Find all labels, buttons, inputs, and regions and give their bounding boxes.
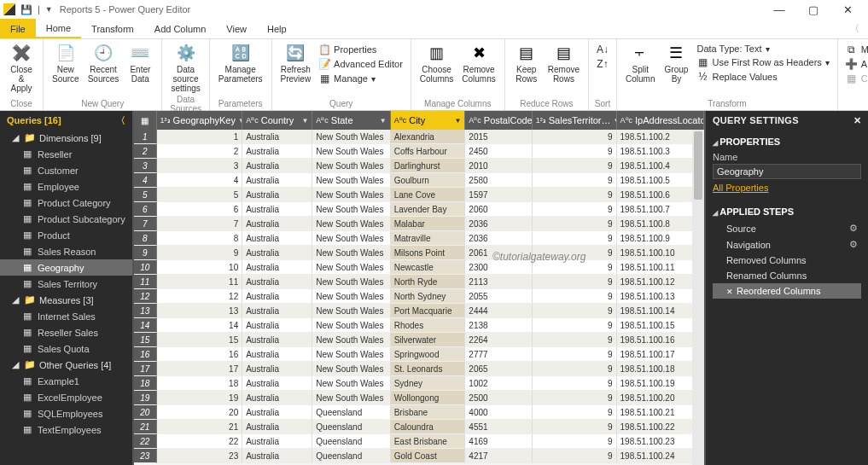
cell-terr[interactable]: 9 [533, 144, 617, 159]
cell-country[interactable]: Australia [242, 188, 312, 202]
cell-ip[interactable]: 198.51.100.16 [617, 333, 704, 347]
tab-home[interactable]: Home [36, 19, 81, 38]
cell-terr[interactable]: 9 [533, 188, 617, 202]
table-row[interactable]: 2121AustraliaQueenslandCaloundra45519198… [134, 420, 704, 434]
cell-ip[interactable]: 198.51.100.20 [617, 391, 704, 405]
cell-ip[interactable]: 198.51.100.7 [617, 202, 704, 217]
cell-country[interactable]: Australia [242, 347, 312, 362]
cell-postal[interactable]: 2138 [465, 318, 532, 333]
query-item[interactable]: ▦TextEmployees [0, 421, 132, 438]
cell-state[interactable]: New South Wales [312, 159, 390, 173]
query-item[interactable]: ▦ExcelEmployee [0, 389, 132, 405]
table-row[interactable]: 1212AustraliaNew South WalesNorth Sydney… [134, 289, 704, 304]
query-item[interactable]: ▦Internet Sales [0, 308, 132, 324]
cell-postal[interactable]: 2500 [465, 391, 532, 405]
cell-postal[interactable]: 2264 [465, 333, 532, 347]
cell-city[interactable]: Gold Coast [391, 449, 466, 463]
cell-ip[interactable]: 198.51.100.10 [617, 246, 704, 260]
column-header-city[interactable]: AᴮcCity▼ [391, 111, 466, 130]
cell-geo[interactable]: 12 [157, 289, 243, 304]
cell-state[interactable]: New South Wales [312, 333, 390, 347]
cell-terr[interactable]: 9 [533, 231, 617, 246]
table-row[interactable]: 1515AustraliaNew South WalesSilverwater2… [134, 333, 704, 347]
query-item[interactable]: ▦Product Category [0, 195, 132, 211]
table-row[interactable]: 1010AustraliaNew South WalesNewcastle230… [134, 260, 704, 275]
cell-state[interactable]: Queensland [312, 449, 390, 463]
cell-postal[interactable]: 2010 [465, 159, 532, 173]
cell-country[interactable]: Australia [242, 217, 312, 231]
row-number-header[interactable]: ▦ [134, 111, 157, 130]
cell-country[interactable]: Australia [242, 318, 312, 333]
query-item[interactable]: ▦Sales Reason [0, 243, 132, 259]
cell-country[interactable]: Australia [242, 130, 312, 144]
cell-city[interactable]: Caloundra [391, 420, 466, 434]
cell-country[interactable]: Australia [242, 173, 312, 188]
cell-terr[interactable]: 9 [533, 449, 617, 463]
query-name-input[interactable] [713, 164, 861, 179]
table-row[interactable]: 11AustraliaNew South WalesAlexandria2015… [134, 130, 704, 144]
cell-state[interactable]: New South Wales [312, 304, 390, 318]
cell-state[interactable]: Queensland [312, 434, 390, 449]
cell-city[interactable]: Silverwater [391, 333, 466, 347]
query-item[interactable]: ▦Geography [0, 259, 132, 276]
cell-terr[interactable]: 9 [533, 130, 617, 144]
cell-country[interactable]: Australia [242, 144, 312, 159]
cell-country[interactable]: Australia [242, 333, 312, 347]
query-item[interactable]: ▦Customer [0, 162, 132, 178]
recent-sources-button[interactable]: 🕘Recent Sources [84, 41, 123, 85]
cell-country[interactable]: Australia [242, 231, 312, 246]
group-by-button[interactable]: ☰Group By [660, 41, 692, 85]
cell-city[interactable]: Matraville [391, 231, 466, 246]
cell-geo[interactable]: 4 [157, 173, 243, 188]
cell-geo[interactable]: 8 [157, 231, 243, 246]
cell-ip[interactable]: 198.51.100.13 [617, 289, 704, 304]
sort-desc-button[interactable]: Z↑ [594, 57, 611, 71]
cell-state[interactable]: New South Wales [312, 217, 390, 231]
cell-city[interactable]: North Sydney [391, 289, 466, 304]
cell-geo[interactable]: 3 [157, 159, 243, 173]
cell-state[interactable]: New South Wales [312, 391, 390, 405]
split-column-button[interactable]: ⫟Split Column [622, 41, 658, 85]
cell-terr[interactable]: 9 [533, 217, 617, 231]
tab-transform[interactable]: Transform [81, 19, 144, 38]
gear-icon[interactable]: ⚙ [849, 223, 858, 234]
cell-terr[interactable]: 9 [533, 260, 617, 275]
table-row[interactable]: 1111AustraliaNew South WalesNorth Ryde21… [134, 275, 704, 289]
cell-country[interactable]: Australia [242, 391, 312, 405]
cell-city[interactable]: St. Leonards [391, 362, 466, 376]
table-row[interactable]: 44AustraliaNew South WalesGoulburn258091… [134, 173, 704, 188]
cell-postal[interactable]: 2036 [465, 217, 532, 231]
cell-ip[interactable]: 198.51.100.18 [617, 362, 704, 376]
cell-city[interactable]: Rhodes [391, 318, 466, 333]
cell-country[interactable]: Australia [242, 449, 312, 463]
table-row[interactable]: 1313AustraliaNew South WalesPort Macquar… [134, 304, 704, 318]
cell-ip[interactable]: 198.51.100.24 [617, 449, 704, 463]
cell-postal[interactable]: 4169 [465, 434, 532, 449]
cell-terr[interactable]: 9 [533, 347, 617, 362]
cell-terr[interactable]: 9 [533, 304, 617, 318]
first-row-headers-button[interactable]: ▦Use First Row as Headers ▾ [694, 55, 831, 69]
table-row[interactable]: 55AustraliaNew South WalesLane Cove15979… [134, 188, 704, 202]
applied-step[interactable]: Renamed Columns [713, 268, 861, 283]
cell-geo[interactable]: 18 [157, 376, 243, 391]
cell-state[interactable]: New South Wales [312, 246, 390, 260]
cell-postal[interactable]: 4000 [465, 405, 532, 420]
cell-postal[interactable]: 1002 [465, 376, 532, 391]
cell-state[interactable]: New South Wales [312, 318, 390, 333]
query-item[interactable]: ▦Sales Quota [0, 340, 132, 357]
cell-city[interactable]: Lane Cove [391, 188, 466, 202]
cell-ip[interactable]: 198.51.100.19 [617, 376, 704, 391]
cell-state[interactable]: New South Wales [312, 362, 390, 376]
cell-ip[interactable]: 198.51.100.3 [617, 144, 704, 159]
cell-country[interactable]: Australia [242, 376, 312, 391]
cell-ip[interactable]: 198.51.100.23 [617, 434, 704, 449]
cell-geo[interactable]: 16 [157, 347, 243, 362]
table-row[interactable]: 22AustraliaNew South WalesCoffs Harbour2… [134, 144, 704, 159]
cell-terr[interactable]: 9 [533, 289, 617, 304]
advanced-editor-button[interactable]: 📝Advanced Editor [316, 57, 405, 71]
qat-dropdown-icon[interactable]: ▼ [45, 5, 53, 14]
cell-ip[interactable]: 198.51.100.21 [617, 405, 704, 420]
manage-parameters-button[interactable]: 🔠Manage Parameters [215, 41, 266, 85]
applied-step[interactable]: Removed Columns [713, 253, 861, 268]
cell-geo[interactable]: 13 [157, 304, 243, 318]
